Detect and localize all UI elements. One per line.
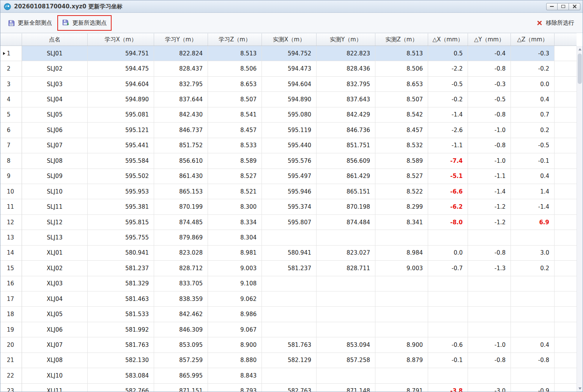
cell-value[interactable]: 856.610: [154, 153, 208, 168]
cell-value[interactable]: 583.084: [88, 368, 154, 383]
column-header-point-name[interactable]: 点名: [22, 33, 88, 46]
cell-value[interactable]: -0.8: [468, 107, 511, 123]
cell-value[interactable]: 9.003: [375, 261, 428, 276]
cell-value[interactable]: 595.953: [88, 184, 154, 199]
cell-value[interactable]: [511, 291, 555, 307]
cell-value[interactable]: 874.485: [154, 215, 208, 230]
cell-value[interactable]: -1.4: [468, 184, 511, 199]
update-selected-points-button[interactable]: 更新所选测点: [60, 17, 109, 29]
cell-point-name[interactable]: XLJ07: [22, 337, 88, 353]
cell-value[interactable]: 0.0: [428, 246, 468, 261]
cell-value[interactable]: 828.437: [154, 61, 208, 76]
cell-value[interactable]: 865.995: [154, 368, 208, 383]
cell-value[interactable]: 594.890: [262, 92, 317, 107]
table-row[interactable]: 22 XLJ10 583.084 865.995 8.843: [0, 368, 577, 383]
table-row[interactable]: 3 SLJ03 594.604 832.795 8.653 594.604 83…: [0, 77, 577, 92]
cell-value[interactable]: 861.430: [154, 169, 208, 184]
cell-value[interactable]: 8.527: [375, 169, 428, 184]
cell-value[interactable]: 865.153: [154, 184, 208, 199]
cell-value[interactable]: 9.108: [208, 276, 262, 291]
cell-point-name[interactable]: SLJ03: [22, 77, 88, 92]
column-header-learn-z[interactable]: 学习Z（m）: [208, 33, 262, 46]
cell-value[interactable]: 857.259: [154, 353, 208, 368]
cell-value[interactable]: 8.589: [375, 153, 428, 168]
cell-value[interactable]: [262, 291, 317, 307]
cell-value[interactable]: 595.374: [262, 199, 317, 214]
cell-value[interactable]: [468, 322, 511, 337]
cell-value[interactable]: 594.473: [262, 61, 317, 76]
close-button[interactable]: [569, 3, 580, 10]
table-row[interactable]: 10 SLJ10 595.953 865.153 8.521 595.946 8…: [0, 184, 577, 199]
cell-value[interactable]: -6.6: [428, 184, 468, 199]
cell-value[interactable]: 8.653: [208, 77, 262, 92]
cell-value[interactable]: -1.2: [468, 199, 511, 214]
cell-value[interactable]: -1.0: [468, 123, 511, 138]
column-header-learn-x[interactable]: 学习X（m）: [88, 33, 154, 46]
cell-value[interactable]: -3.0: [468, 384, 511, 392]
cell-value[interactable]: [428, 291, 468, 307]
cell-value[interactable]: [428, 322, 468, 337]
table-row[interactable]: 11 SLJ11 595.381 870.199 8.300 595.374 8…: [0, 199, 577, 214]
table-row[interactable]: 17 XLJ04 581.463 838.359 9.062: [0, 291, 577, 307]
cell-value[interactable]: [317, 230, 375, 245]
cell-value[interactable]: -0.8: [468, 138, 511, 153]
cell-value[interactable]: 0.4: [511, 169, 555, 184]
cell-value[interactable]: 837.643: [317, 92, 375, 107]
cell-value[interactable]: 823.027: [317, 246, 375, 261]
cell-value[interactable]: 8.533: [208, 138, 262, 153]
column-header-delta-z[interactable]: △Z（mm）: [511, 33, 555, 46]
cell-value[interactable]: 3.0: [511, 246, 555, 261]
cell-value[interactable]: 828.712: [154, 261, 208, 276]
table-row[interactable]: 20 XLJ07 581.763 853.095 8.900 581.763 8…: [0, 337, 577, 353]
cell-value[interactable]: 595.584: [88, 153, 154, 168]
remove-selected-rows-button[interactable]: 移除所选行: [534, 17, 577, 29]
cell-value[interactable]: -0.5: [428, 77, 468, 92]
cell-value[interactable]: [468, 307, 511, 322]
cell-point-name[interactable]: SLJ13: [22, 230, 88, 245]
cell-value[interactable]: -0.3: [511, 46, 555, 61]
cell-value[interactable]: [511, 230, 555, 245]
cell-point-name[interactable]: SLJ05: [22, 107, 88, 123]
row-number[interactable]: 3: [0, 77, 22, 92]
cell-value[interactable]: 8.506: [375, 61, 428, 76]
row-number[interactable]: 7: [0, 138, 22, 153]
cell-value[interactable]: -8.0: [428, 215, 468, 230]
cell-value[interactable]: [317, 307, 375, 322]
cell-value[interactable]: 8.506: [208, 61, 262, 76]
cell-value[interactable]: 853.095: [154, 337, 208, 353]
cell-value[interactable]: 581.533: [88, 307, 154, 322]
cell-value[interactable]: 0.4: [511, 337, 555, 353]
cell-value[interactable]: 865.151: [317, 184, 375, 199]
cell-value[interactable]: -1.3: [468, 261, 511, 276]
cell-value[interactable]: -0.2: [511, 61, 555, 76]
row-number[interactable]: 1: [0, 46, 22, 61]
cell-point-name[interactable]: XLJ11: [22, 384, 88, 392]
table-row[interactable]: 14 XLJ01 580.941 823.028 8.981 580.941 8…: [0, 246, 577, 261]
cell-value[interactable]: 8.900: [375, 337, 428, 353]
cell-value[interactable]: 851.751: [317, 138, 375, 153]
cell-value[interactable]: 8.521: [208, 184, 262, 199]
cell-value[interactable]: 595.755: [88, 230, 154, 245]
cell-value[interactable]: 856.609: [317, 153, 375, 168]
cell-point-name[interactable]: XLJ08: [22, 353, 88, 368]
cell-value[interactable]: [428, 230, 468, 245]
table-row[interactable]: 16 XLJ03 581.329 833.705 9.108: [0, 276, 577, 291]
cell-value[interactable]: 595.081: [88, 107, 154, 123]
maximize-button[interactable]: [558, 3, 569, 10]
cell-value[interactable]: -1.1: [428, 138, 468, 153]
cell-point-name[interactable]: SLJ11: [22, 199, 88, 214]
cell-point-name[interactable]: SLJ12: [22, 215, 88, 230]
cell-value[interactable]: -3.8: [428, 384, 468, 392]
row-number[interactable]: 20: [0, 337, 22, 353]
minimize-button[interactable]: [546, 3, 558, 10]
scrollbar-thumb[interactable]: [578, 54, 582, 84]
cell-value[interactable]: [262, 307, 317, 322]
cell-value[interactable]: 8.457: [208, 123, 262, 138]
table-row[interactable]: 18 XLJ05 581.533 842.462 8.986: [0, 307, 577, 322]
scroll-down-button[interactable]: [577, 385, 583, 392]
column-header-delta-y[interactable]: △Y（mm）: [468, 33, 511, 46]
cell-value[interactable]: [375, 230, 428, 245]
cell-value[interactable]: 594.752: [262, 46, 317, 61]
row-number[interactable]: 9: [0, 169, 22, 184]
cell-value[interactable]: -2.2: [428, 61, 468, 76]
